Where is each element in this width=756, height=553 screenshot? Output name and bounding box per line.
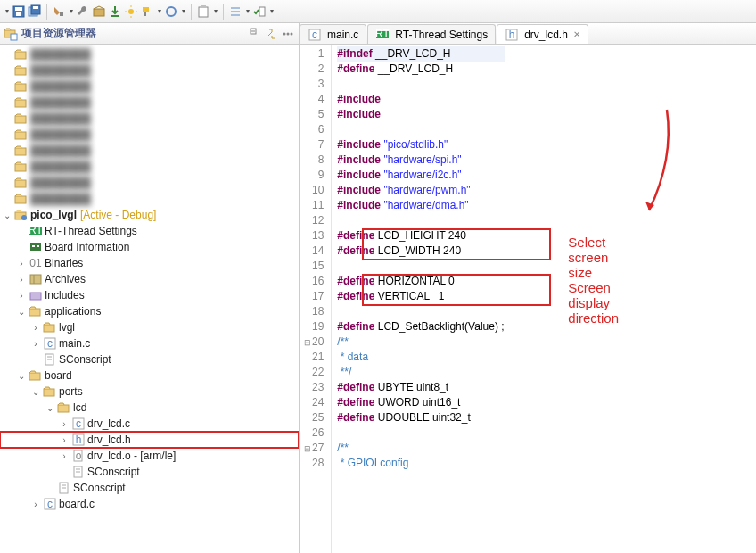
tree-node[interactable]: ████████ [0,95,299,111]
tree-node[interactable]: ████████ [0,143,299,159]
svg-point-15 [167,7,176,16]
svg-text:h: h [509,29,515,41]
svg-text:01: 01 [29,257,42,269]
tree-node[interactable]: ⌄pico_lvgl[Active - Debug] [0,207,299,223]
editor-tab[interactable]: RTRT-Thread Settings [367,24,496,44]
svg-rect-36 [15,164,26,171]
svg-rect-2 [16,12,21,16]
annotation-screen-size: Select screen size [568,235,608,280]
link-editor-icon[interactable] [265,27,279,41]
sun-icon[interactable] [124,4,138,19]
code-editor[interactable]: 12345678910111213141516171819⊟2021222324… [300,45,756,553]
tree-node[interactable]: ████████ [0,111,299,127]
svg-rect-37 [15,180,26,187]
svg-rect-34 [15,132,26,139]
open-type-dropdown[interactable]: ▾ [180,4,186,19]
svg-rect-49 [30,293,41,300]
list-icon[interactable] [228,4,242,19]
check-list-dropdown[interactable]: ▾ [268,4,275,19]
tree-node[interactable]: ›01Binaries [0,255,299,271]
svg-rect-33 [15,116,26,123]
tree-node[interactable]: ████████ [0,78,299,95]
wrench-icon[interactable] [76,4,90,19]
open-type-icon[interactable] [164,4,178,19]
tree-node[interactable]: ›Includes [0,287,299,303]
tree-node[interactable]: ████████ [0,62,299,78]
clipboard-icon[interactable] [196,4,210,19]
svg-rect-43 [30,243,41,251]
svg-point-40 [21,215,27,220]
collapse-all-icon[interactable] [249,27,263,41]
svg-text:c: c [76,417,81,430]
annotation-display-direction: Screen display direction [568,280,619,326]
editor-tab[interactable]: cmain.c [300,24,366,44]
svg-text:c: c [312,29,317,41]
svg-rect-45 [37,245,39,247]
project-tree[interactable]: ████████████████████████████████████████… [0,45,299,553]
tree-node[interactable]: ████████ [0,127,299,143]
paint-dropdown[interactable]: ▾ [156,4,162,19]
tree-node[interactable]: ›cdrv_lcd.c [0,416,299,432]
tree-node[interactable]: ████████ [0,175,299,191]
check-list-icon[interactable] [252,4,267,19]
svg-rect-30 [15,68,26,75]
svg-rect-57 [29,373,40,380]
svg-text:RT: RT [29,224,43,236]
svg-point-26 [287,32,290,35]
filter-icon[interactable] [281,27,295,41]
save-all-icon[interactable] [28,4,42,19]
svg-rect-58 [44,389,54,396]
tree-node[interactable]: SConscript [0,351,299,367]
tree-node[interactable]: ›cmain.c [0,335,299,351]
tab-icon: RT [375,28,390,42]
tree-node[interactable]: Board Information [0,239,299,255]
save-icon[interactable] [12,4,26,19]
paint-icon[interactable] [140,4,154,19]
editor-tab[interactable]: hdrv_lcd.h✕ [497,24,588,44]
build-icon[interactable] [52,4,66,19]
svg-rect-21 [259,7,265,16]
tree-node[interactable]: RTRT-Thread Settings [0,223,299,239]
svg-text:RT: RT [375,28,390,40]
panel-title: 项目资源管理器 [21,26,96,41]
build-dropdown[interactable]: ▾ [68,4,74,19]
folder-nav-icon [4,27,18,41]
project-explorer-panel: 项目资源管理器 ████████████████████████████████… [0,23,300,553]
arrow-annotation [640,105,676,221]
tree-node[interactable]: ›hdrv_lcd.h [0,432,299,448]
list-dropdown[interactable]: ▾ [244,4,251,19]
close-icon[interactable]: ✕ [573,29,580,39]
main-toolbar: ▾ ▾ ▾ ▾ ▾ ▾ ▾ [0,0,756,23]
tree-node[interactable]: ›odrv_lcd.o - [arm/le] [0,448,299,464]
svg-rect-38 [15,196,26,203]
tree-node[interactable]: ⌄board [0,367,299,384]
tree-node[interactable]: SConscript [0,480,299,496]
editor-tabs: cmain.cRTRT-Thread Settingshdrv_lcd.h✕ [300,23,756,45]
svg-point-28 [291,32,293,35]
svg-rect-8 [111,15,119,17]
svg-rect-32 [15,100,26,107]
tree-node[interactable]: ████████ [0,46,299,62]
svg-rect-51 [44,325,54,332]
tab-icon: c [308,28,322,42]
tree-node[interactable]: SConscript [0,464,299,480]
svg-rect-5 [33,6,38,9]
tree-node[interactable]: ████████ [0,191,299,207]
tree-node[interactable]: ⌄ports [0,384,299,400]
tree-node[interactable]: ›Archives [0,271,299,287]
svg-point-9 [128,9,134,14]
tree-node[interactable]: ⌄applications [0,303,299,319]
svg-rect-6 [60,12,63,16]
package-icon[interactable] [92,4,106,19]
tree-node[interactable]: ⌄lcd [0,400,299,416]
svg-text:h: h [76,433,82,446]
download-icon[interactable] [108,4,122,19]
svg-rect-14 [143,7,149,12]
new-dropdown[interactable]: ▾ [4,4,10,19]
tree-node[interactable]: ›lvgl [0,319,299,335]
tree-node[interactable]: ████████ [0,159,299,175]
clipboard-dropdown[interactable]: ▾ [212,4,218,19]
tree-node[interactable]: ›cboard.c [0,496,299,512]
svg-rect-44 [32,245,35,247]
svg-rect-16 [199,7,208,17]
